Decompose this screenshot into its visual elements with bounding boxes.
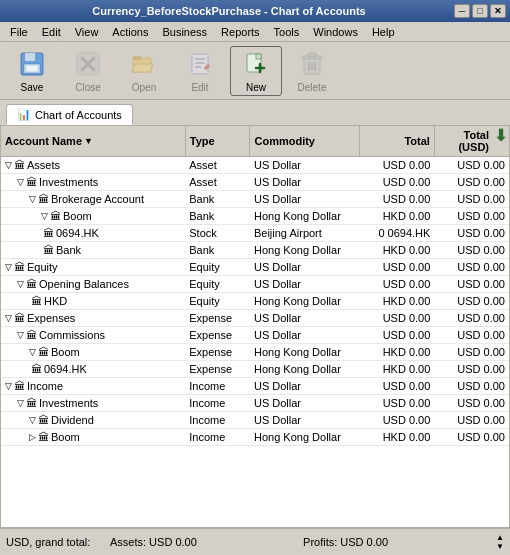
table-row[interactable]: 🏛 Bank Bank Hong Kong Dollar HKD 0.00 US… [1,242,509,259]
col-header-total[interactable]: Total [360,126,435,157]
tab-chart-of-accounts[interactable]: 📊 Chart of Accounts [6,104,133,125]
menu-bar: File Edit View Actions Business Reports … [0,22,510,42]
tree-toggle[interactable]: ▽ [17,398,24,408]
table-row[interactable]: ▽ 🏛 Investments Income US Dollar USD 0.0… [1,395,509,412]
account-total-cell: USD 0.00 [360,157,435,174]
table-row[interactable]: ▽ 🏛 Boom Expense Hong Kong Dollar HKD 0.… [1,344,509,361]
menu-actions[interactable]: Actions [106,24,154,40]
open-icon [128,48,160,80]
account-name-cell: ▽ 🏛 Boom [1,344,185,361]
account-icon: 🏛 [26,397,37,409]
account-type-cell: Expense [185,361,250,378]
table-row[interactable]: ▷ 🏛 Boom Income Hong Kong Dollar HKD 0.0… [1,429,509,446]
maximize-button[interactable]: □ [472,4,488,18]
col-header-total-usd[interactable]: Total (USD) ⬇ [434,126,509,157]
table-row[interactable]: ▽ 🏛 Expenses Expense US Dollar USD 0.00 … [1,310,509,327]
account-total-cell: USD 0.00 [360,276,435,293]
account-icon: 🏛 [50,210,61,222]
tree-toggle[interactable]: ▽ [29,194,36,204]
accounts-table-wrapper[interactable]: Account Name ▼ Type Commodity Total Tota… [1,126,509,527]
account-name: Commissions [39,329,105,341]
save-button[interactable]: Save [6,46,58,96]
account-name: Assets [27,159,60,171]
table-row[interactable]: ▽ 🏛 Equity Equity US Dollar USD 0.00 USD… [1,259,509,276]
open-button[interactable]: Open [118,46,170,96]
tab-label: Chart of Accounts [35,109,122,121]
title-bar: Currency_BeforeStockPurchase - Chart of … [0,0,510,22]
table-row[interactable]: ▽ 🏛 Investments Asset US Dollar USD 0.00… [1,174,509,191]
table-row[interactable]: 🏛 HKD Equity Hong Kong Dollar HKD 0.00 U… [1,293,509,310]
status-arrows[interactable]: ▲ ▼ [496,533,504,551]
col-header-name[interactable]: Account Name ▼ [1,126,185,157]
col-header-type[interactable]: Type [185,126,250,157]
menu-file[interactable]: File [4,24,34,40]
menu-tools[interactable]: Tools [268,24,306,40]
account-type-cell: Asset [185,157,250,174]
new-icon [240,48,272,80]
tree-toggle[interactable]: ▽ [5,381,12,391]
account-icon: 🏛 [31,295,42,307]
table-row[interactable]: ▽ 🏛 Opening Balances Equity US Dollar US… [1,276,509,293]
tree-toggle[interactable]: ▽ [29,347,36,357]
account-name: Opening Balances [39,278,129,290]
menu-view[interactable]: View [69,24,105,40]
col-header-commodity[interactable]: Commodity [250,126,360,157]
close-label: Close [75,82,101,93]
account-name-cell: ▽ 🏛 Assets [1,157,185,174]
account-icon: 🏛 [38,346,49,358]
tree-toggle[interactable]: ▽ [17,279,24,289]
window-controls[interactable]: ─ □ ✕ [454,4,506,18]
tree-toggle[interactable]: ▽ [5,160,12,170]
tree-toggle[interactable]: ▽ [5,313,12,323]
table-row[interactable]: ▽ 🏛 Income Income US Dollar USD 0.00 USD… [1,378,509,395]
menu-reports[interactable]: Reports [215,24,266,40]
account-type-cell: Asset [185,174,250,191]
status-profits: Profits: USD 0.00 [303,536,492,548]
menu-edit[interactable]: Edit [36,24,67,40]
account-type-cell: Bank [185,242,250,259]
minimize-button[interactable]: ─ [454,4,470,18]
account-total-usd-cell: USD 0.00 [434,310,509,327]
table-row[interactable]: ▽ 🏛 Dividend Income US Dollar USD 0.00 U… [1,412,509,429]
account-commodity-cell: US Dollar [250,395,360,412]
table-row[interactable]: 🏛 0694.HK Stock Beijing Airport 0 0694.H… [1,225,509,242]
tree-toggle[interactable]: ▽ [29,415,36,425]
edit-button[interactable]: Edit [174,46,226,96]
accounts-table: Account Name ▼ Type Commodity Total Tota… [1,126,509,446]
account-name: 0694.HK [56,227,99,239]
account-total-cell: HKD 0.00 [360,293,435,310]
table-row[interactable]: ▽ 🏛 Commissions Expense US Dollar USD 0.… [1,327,509,344]
account-total-cell: USD 0.00 [360,191,435,208]
account-total-usd-cell: USD 0.00 [434,259,509,276]
menu-windows[interactable]: Windows [307,24,364,40]
toolbar: Save Close Open [0,42,510,100]
account-icon: 🏛 [43,244,54,256]
tree-toggle[interactable]: ▽ [17,177,24,187]
account-name: Bank [56,244,81,256]
account-type-cell: Expense [185,327,250,344]
account-type-cell: Equity [185,293,250,310]
menu-business[interactable]: Business [156,24,213,40]
account-name: Boom [63,210,92,222]
delete-button[interactable]: Delete [286,46,338,96]
account-name: Boom [51,346,80,358]
table-row[interactable]: 🏛 0694.HK Expense Hong Kong Dollar HKD 0… [1,361,509,378]
table-row[interactable]: ▽ 🏛 Boom Bank Hong Kong Dollar HKD 0.00 … [1,208,509,225]
account-commodity-cell: US Dollar [250,327,360,344]
account-type-cell: Income [185,395,250,412]
new-button[interactable]: New [230,46,282,96]
account-name-cell: ▷ 🏛 Boom [1,429,185,446]
account-type-cell: Bank [185,191,250,208]
table-row[interactable]: ▽ 🏛 Brokerage Account Bank US Dollar USD… [1,191,509,208]
menu-help[interactable]: Help [366,24,401,40]
table-row[interactable]: ▽ 🏛 Assets Asset US Dollar USD 0.00 USD … [1,157,509,174]
tree-toggle[interactable]: ▷ [29,432,36,442]
tree-toggle[interactable]: ▽ [41,211,48,221]
close-button[interactable]: Close [62,46,114,96]
account-name: Income [27,380,63,392]
close-button[interactable]: ✕ [490,4,506,18]
account-type-cell: Equity [185,259,250,276]
tree-toggle[interactable]: ▽ [5,262,12,272]
tree-toggle[interactable]: ▽ [17,330,24,340]
save-label: Save [21,82,44,93]
